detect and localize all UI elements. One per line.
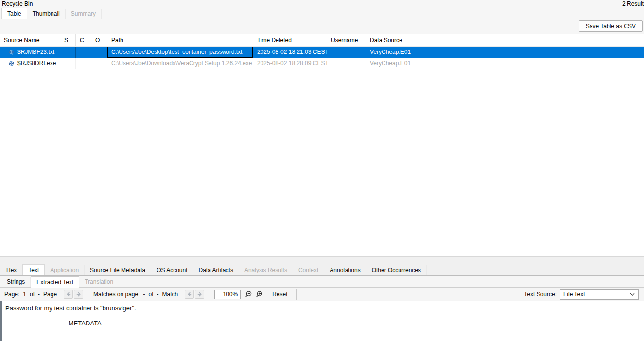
- tab-application: Application: [45, 265, 85, 275]
- cell-time-deleted: 2025-08-02 18:28:09 CEST: [253, 58, 327, 69]
- tab-annotations[interactable]: Annotations: [324, 265, 366, 275]
- tab-context: Context: [293, 265, 324, 275]
- toolbar-separator: [296, 289, 297, 300]
- toolbar-separator: [88, 289, 88, 300]
- zoom-in-icon: [255, 290, 263, 298]
- table-header-row: Source Name S C O Path Time Deleted User…: [0, 34, 644, 47]
- cell-username: [327, 58, 366, 69]
- arrow-left-icon: [66, 291, 71, 297]
- cell-s: [60, 58, 76, 69]
- results-table: Source Name S C O Path Time Deleted User…: [0, 34, 644, 256]
- tab-text[interactable]: Text: [22, 264, 45, 275]
- text-viewer-panel: Strings Extracted Text Translation Page:…: [0, 275, 644, 341]
- matches-label: Matches on page:: [93, 291, 139, 298]
- page-unit-label: Page: [43, 291, 57, 298]
- zoom-level-field[interactable]: 100%: [214, 290, 241, 299]
- text-source-value: File Text: [563, 291, 585, 298]
- content-viewer-tabs: Hex Text Application Source File Metadat…: [1, 264, 427, 275]
- matches-total: -: [157, 291, 159, 298]
- text-line: Password for my test container is "bruns…: [5, 305, 644, 312]
- zoom-out-button[interactable]: [243, 290, 254, 298]
- result-viewer-header: Recycle Bin 2 Result Table Thumbnail Sum…: [0, 0, 644, 34]
- column-header-source-name[interactable]: Source Name: [0, 34, 60, 46]
- arrow-right-icon: [76, 291, 82, 297]
- tab-strings[interactable]: Strings: [1, 277, 31, 287]
- cell-s: [60, 47, 76, 58]
- tab-data-artifacts[interactable]: Data Artifacts: [193, 265, 239, 275]
- zoom-in-button[interactable]: [254, 290, 264, 298]
- page-label: Page:: [4, 291, 19, 298]
- cell-time-deleted: 2025-08-02 18:21:03 CEST: [253, 47, 327, 58]
- page-of-label: of: [30, 291, 35, 298]
- table-row[interactable]: $RJMBF23.txt C:\Users\Joe\Desktop\test_c…: [0, 47, 644, 58]
- cell-c: [76, 58, 91, 69]
- tab-table[interactable]: Table: [1, 8, 27, 19]
- column-header-data-source[interactable]: Data Source: [366, 34, 644, 46]
- toolbar-separator: [209, 289, 209, 300]
- text-line-metadata-header: ------------------------------METADATA--…: [5, 320, 644, 327]
- cell-data-source: VeryCheap.E01: [366, 47, 644, 58]
- cell-path: C:\Users\Joe\Downloads\VeraCrypt Setup 1…: [107, 58, 253, 69]
- file-name: $RJMBF23.txt: [17, 47, 54, 58]
- result-count: 2 Result: [622, 0, 644, 7]
- zoom-out-icon: [244, 290, 252, 298]
- deleted-file-icon: [8, 49, 15, 55]
- column-header-username[interactable]: Username: [327, 34, 366, 46]
- tab-source-file-metadata[interactable]: Source File Metadata: [85, 265, 151, 275]
- text-source-label: Text Source:: [524, 291, 557, 298]
- tab-thumbnail[interactable]: Thumbnail: [27, 9, 66, 19]
- result-view-tabs: Table Thumbnail Summary: [1, 8, 102, 19]
- horizontal-splitter[interactable]: [0, 256, 644, 264]
- tab-other-occurrences[interactable]: Other Occurrences: [366, 265, 427, 275]
- page-current: 1: [23, 291, 26, 298]
- deleted-file-icon: [8, 60, 15, 67]
- tab-os-account[interactable]: OS Account: [151, 265, 193, 275]
- tab-extracted-text[interactable]: Extracted Text: [31, 276, 79, 288]
- previous-match-button[interactable]: [185, 290, 194, 299]
- cell-o: [91, 58, 107, 69]
- cell-data-source: VeryCheap.E01: [366, 58, 644, 69]
- page-total: -: [38, 291, 40, 298]
- tab-summary: Summary: [66, 9, 102, 19]
- next-match-button[interactable]: [195, 290, 204, 299]
- tab-translation: Translation: [79, 277, 119, 287]
- cell-c: [76, 47, 91, 58]
- text-source-select[interactable]: File Text: [560, 289, 639, 300]
- reset-zoom-button[interactable]: Reset: [272, 291, 287, 298]
- file-name: $RJS8DRI.exe: [17, 58, 56, 69]
- extracted-text-area[interactable]: Password for my test container is "bruns…: [0, 301, 644, 341]
- previous-page-button[interactable]: [64, 290, 73, 299]
- next-page-button[interactable]: [74, 290, 83, 299]
- matches-unit-label: Match: [162, 291, 178, 298]
- tab-analysis-results: Analysis Results: [239, 265, 293, 275]
- column-header-s[interactable]: S: [60, 34, 76, 46]
- cell-path: C:\Users\Joe\Desktop\test_container_pass…: [107, 47, 253, 58]
- text-area-gutter: [0, 301, 2, 341]
- column-header-c[interactable]: C: [76, 34, 91, 46]
- arrow-left-icon: [187, 291, 192, 297]
- cell-o: [91, 47, 107, 58]
- page-title: Recycle Bin: [2, 0, 33, 7]
- matches-of-label: of: [149, 291, 154, 298]
- cell-username: [327, 47, 366, 58]
- matches-current: -: [143, 291, 145, 298]
- text-toolbar: Page: 1 of - Page Matches on page: - of …: [0, 288, 644, 301]
- column-header-path[interactable]: Path: [107, 34, 253, 46]
- save-table-csv-button[interactable]: Save Table as CSV: [579, 20, 643, 32]
- arrow-right-icon: [197, 291, 203, 297]
- text-sub-tabs: Strings Extracted Text Translation: [0, 276, 644, 288]
- tab-hex[interactable]: Hex: [1, 265, 22, 275]
- chevron-down-icon: [630, 293, 635, 296]
- table-row[interactable]: $RJS8DRI.exe C:\Users\Joe\Downloads\Vera…: [0, 58, 644, 69]
- column-header-o[interactable]: O: [91, 34, 107, 46]
- column-header-time-deleted[interactable]: Time Deleted: [253, 34, 327, 46]
